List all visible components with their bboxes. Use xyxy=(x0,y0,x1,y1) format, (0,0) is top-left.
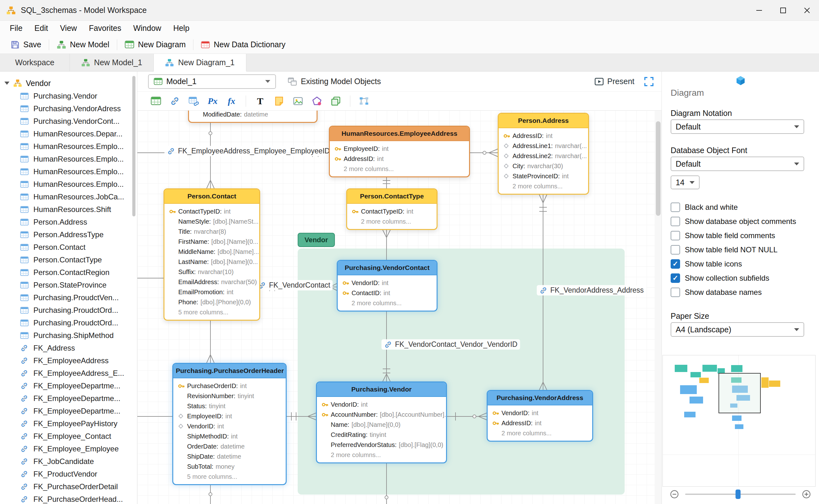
sidebar-item-fk-productvendor[interactable]: FK_ProductVendor xyxy=(0,468,137,480)
sidebar-item-humanresources-emplo[interactable]: HumanResources.Emplo... xyxy=(0,153,137,165)
entity-employee-fragment[interactable]: ModifiedDate:datetime xyxy=(188,111,318,123)
new-diagram-button[interactable]: New Diagram xyxy=(120,37,190,52)
sidebar-item-purchasing-vendorcont[interactable]: Purchasing.VendorCont... xyxy=(0,115,137,128)
more-columns[interactable]: 5 more columns... xyxy=(164,307,259,317)
add-related-table-icon[interactable] xyxy=(188,95,199,107)
entity-humanresources-employeeaddress[interactable]: HumanResources.EmployeeAddressEmployeeID… xyxy=(329,126,470,177)
sidebar-item-humanresources-jobca[interactable]: HumanResources.JobCa... xyxy=(0,191,137,203)
sidebar-item-fk-employeeaddress-e[interactable]: FK_EmployeeAddress_E... xyxy=(0,367,137,380)
px-tool-icon[interactable]: Px xyxy=(207,95,218,107)
checkbox-black-and-white[interactable]: Black and white xyxy=(671,200,813,214)
existing-model-objects-button[interactable]: Existing Model Objects xyxy=(288,77,381,86)
checkbox-box[interactable]: ✓ xyxy=(671,259,680,269)
entity-purchasing-vendorcontact[interactable]: Purchasing.VendorContactVendorID:intCont… xyxy=(337,260,438,312)
entity-purchasing-vendor[interactable]: Purchasing.VendorVendorID:intAccountNumb… xyxy=(316,381,447,463)
sidebar-item-fk-employeedepartme[interactable]: FK_EmployeeDepartme... xyxy=(0,405,137,417)
sidebar-item-humanresources-emplo[interactable]: HumanResources.Emplo... xyxy=(0,165,137,178)
minimap-viewport[interactable] xyxy=(719,373,761,413)
diagram-cube-icon[interactable] xyxy=(735,75,746,87)
canvas-scrollbar[interactable] xyxy=(656,121,661,216)
more-columns[interactable]: 2 more columns... xyxy=(317,450,446,460)
more-columns[interactable]: 2 more columns... xyxy=(338,298,437,308)
more-columns[interactable]: 2 more columns... xyxy=(499,181,588,191)
sidebar-item-fk-purchaseorderhead[interactable]: FK_PurchaseOrderHead... xyxy=(0,493,137,504)
entity-person-contact[interactable]: Person.ContactContactTypeID:intNameStyle… xyxy=(163,188,260,321)
image-tool-icon[interactable] xyxy=(293,95,303,107)
checkbox-show-database-names[interactable]: Show database names xyxy=(671,285,813,299)
minimap[interactable] xyxy=(662,355,816,487)
minimize-button[interactable] xyxy=(747,0,771,20)
zoom-slider[interactable] xyxy=(685,494,796,495)
checkbox-show-database-object-comments[interactable]: Show database object comments xyxy=(671,214,813,228)
zoom-slider-thumb[interactable] xyxy=(736,490,741,499)
menu-help[interactable]: Help xyxy=(167,24,195,33)
sidebar-item-fk-employeeaddress[interactable]: FK_EmployeeAddress xyxy=(0,354,137,367)
menu-file[interactable]: File xyxy=(4,24,28,33)
zoom-out-button[interactable] xyxy=(670,490,679,499)
sidebar-item-humanresources-depar[interactable]: HumanResources.Depar... xyxy=(0,128,137,140)
database-object-font-select[interactable]: Default xyxy=(671,157,804,171)
relationship-label-fk-vendorcontact[interactable]: FK_VendorContact xyxy=(255,280,333,290)
sidebar-item-humanresources-emplo[interactable]: HumanResources.Emplo... xyxy=(0,140,137,153)
menu-view[interactable]: View xyxy=(54,24,83,33)
menu-window[interactable]: Window xyxy=(127,24,167,33)
sidebar-scrollbar[interactable] xyxy=(132,76,135,216)
sidebar-item-person-stateprovince[interactable]: Person.StateProvince xyxy=(0,279,137,291)
entity-person-address[interactable]: Person.AddressAddressID:intAddressLine1:… xyxy=(498,113,589,195)
text-tool-icon[interactable]: T xyxy=(255,95,266,107)
shape-tool-icon[interactable] xyxy=(312,95,322,107)
sidebar-item-purchasing-proudctord[interactable]: Purchasing.ProudctOrd... xyxy=(0,317,137,329)
model-select[interactable]: Model_1 xyxy=(148,74,276,89)
checkbox-show-table-icons[interactable]: ✓Show table icons xyxy=(671,257,813,271)
present-button[interactable]: Present xyxy=(594,77,634,86)
sidebar-item-fk-employeepayhistory[interactable]: FK_EmployeePayHistory xyxy=(0,417,137,430)
maximize-button[interactable] xyxy=(771,0,795,20)
diagram-notation-select[interactable]: Default xyxy=(671,119,804,134)
relationship-label-fk-employeeaddress-employee-employeeid[interactable]: FK_EmployeeAddress_Employee_EmployeeID xyxy=(164,146,332,156)
duplicate-tool-icon[interactable] xyxy=(330,95,341,107)
menu-edit[interactable]: Edit xyxy=(28,24,54,33)
add-table-icon[interactable] xyxy=(151,95,161,107)
relationship-label-fk-vendoraddress-address[interactable]: FK_VendorAddress_Address xyxy=(537,285,646,295)
fullscreen-icon[interactable] xyxy=(644,77,654,87)
checkbox-show-table-field-not-null[interactable]: Show table field NOT NULL xyxy=(671,243,813,257)
relationship-label-fk-vendorcontact-vendor-vendorid[interactable]: FK_VendorContact_Vendor_VendorID xyxy=(381,339,520,350)
checkbox-box[interactable] xyxy=(671,245,680,255)
more-columns[interactable]: 2 more columns... xyxy=(347,216,437,226)
more-columns[interactable]: 5 more columns... xyxy=(173,472,286,482)
checkbox-show-table-field-comments[interactable]: Show table field comments xyxy=(671,228,813,243)
paper-size-select[interactable]: A4 (Landscape) xyxy=(671,322,804,337)
sidebar-item-purchasing-vendor[interactable]: Purchasing.Vendor xyxy=(0,90,137,102)
close-button[interactable] xyxy=(795,0,819,20)
entity-purchasing-purchaseorderheader[interactable]: Purchasing.PurchaseOrderHeaderPurchaseOr… xyxy=(172,363,287,485)
sidebar-item-person-contactregion[interactable]: Person.ContactRegion xyxy=(0,266,137,279)
zoom-in-button[interactable] xyxy=(802,490,811,499)
sidebar-item-purchasing-shipmethod[interactable]: Purchasing.ShipMethod xyxy=(0,329,137,342)
sidebar-item-person-contacttype[interactable]: Person.ContactType xyxy=(0,254,137,266)
tab-workspace[interactable]: Workspace xyxy=(0,54,70,71)
sidebar-item-purchasing-proudctord[interactable]: Purchasing.ProudctOrd... xyxy=(0,304,137,317)
function-tool-icon[interactable]: fx xyxy=(226,95,237,107)
sidebar-item-humanresources-shift[interactable]: HumanResources.Shift xyxy=(0,203,137,216)
more-columns[interactable]: 2 more columns... xyxy=(330,164,469,174)
checkbox-box[interactable] xyxy=(671,288,680,297)
sidebar-item-fk-employee-employee[interactable]: FK_Employee_Employee xyxy=(0,443,137,455)
tab-new-model-1[interactable]: New Model_1 xyxy=(70,54,154,71)
checkbox-show-collection-subfields[interactable]: ✓Show collection subfields xyxy=(671,271,813,285)
save-button[interactable]: Save xyxy=(6,37,46,52)
new-data-dictionary-button[interactable]: New Data Dictionary xyxy=(197,37,290,52)
font-size-select[interactable]: 14 xyxy=(671,175,700,189)
sidebar-item-person-address[interactable]: Person.Address xyxy=(0,216,137,228)
more-columns[interactable]: 2 more columns... xyxy=(488,428,592,438)
sidebar-root-vendor[interactable]: Vendor xyxy=(0,77,137,90)
entity-purchasing-vendoraddress[interactable]: Purchasing.VendorAddressVendorID:intAddr… xyxy=(487,390,593,442)
sidebar-item-purchasing-vendoradress[interactable]: Purchasing.VendorAdress xyxy=(0,102,137,115)
checkbox-box[interactable] xyxy=(671,231,680,240)
checkbox-box[interactable] xyxy=(671,203,680,212)
sidebar-item-person-addresstype[interactable]: Person.AddressType xyxy=(0,228,137,241)
entity-person-contacttype[interactable]: Person.ContactTypeContactTypeID:int2 mor… xyxy=(346,188,438,230)
vendor-badge[interactable]: Vendor xyxy=(298,233,335,247)
sidebar-item-fk-jobcandidate[interactable]: FK_JobCandidate xyxy=(0,455,137,468)
sidebar-item-purchasing-proudctven[interactable]: Purchasing.ProudctVen... xyxy=(0,291,137,304)
tab-new-diagram-1[interactable]: New Diagram_1 xyxy=(154,54,246,71)
